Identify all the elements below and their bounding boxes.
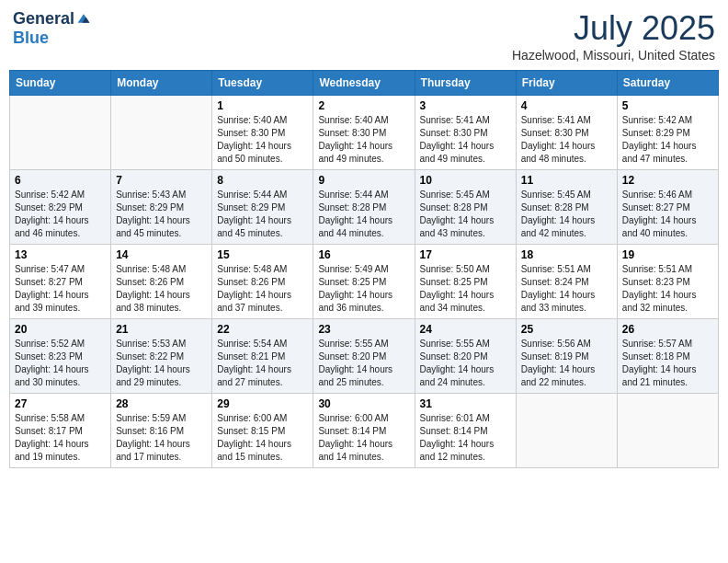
cell-sun-info: Sunrise: 5:57 AMSunset: 8:18 PMDaylight:…: [622, 338, 713, 389]
sunset-text: Sunset: 8:22 PM: [116, 350, 207, 363]
daylight-text: Daylight: 14 hours and 48 minutes.: [521, 140, 612, 166]
logo-icon: [76, 11, 91, 26]
table-row: 17Sunrise: 5:50 AMSunset: 8:25 PMDayligh…: [415, 245, 516, 319]
table-row: 24Sunrise: 5:55 AMSunset: 8:20 PMDayligh…: [415, 319, 516, 394]
sunrise-text: Sunrise: 5:46 AM: [622, 189, 713, 201]
sunrise-text: Sunrise: 5:44 AM: [217, 189, 308, 201]
table-row: 9Sunrise: 5:44 AMSunset: 8:28 PMDaylight…: [313, 170, 415, 245]
sunset-text: Sunset: 8:27 PM: [622, 201, 713, 214]
table-row: 1Sunrise: 5:40 AMSunset: 8:30 PMDaylight…: [212, 96, 313, 170]
sunrise-text: Sunrise: 5:40 AM: [318, 114, 409, 127]
day-number: 29: [217, 397, 308, 410]
cell-sun-info: Sunrise: 5:52 AMSunset: 8:23 PMDaylight:…: [15, 338, 106, 389]
daylight-text: Daylight: 14 hours and 19 minutes.: [15, 438, 106, 464]
sunrise-text: Sunrise: 5:52 AM: [15, 338, 106, 350]
day-number: 4: [521, 99, 612, 112]
daylight-text: Daylight: 14 hours and 12 minutes.: [420, 438, 511, 464]
cell-sun-info: Sunrise: 5:48 AMSunset: 8:26 PMDaylight:…: [217, 263, 308, 315]
sunset-text: Sunset: 8:17 PM: [15, 425, 106, 438]
cell-sun-info: Sunrise: 5:41 AMSunset: 8:30 PMDaylight:…: [420, 114, 511, 166]
sunset-text: Sunset: 8:30 PM: [217, 127, 308, 140]
sunset-text: Sunset: 8:29 PM: [622, 127, 713, 140]
daylight-text: Daylight: 14 hours and 34 minutes.: [420, 289, 511, 315]
sunrise-text: Sunrise: 5:53 AM: [116, 338, 207, 350]
table-row: 22Sunrise: 5:54 AMSunset: 8:21 PMDayligh…: [212, 319, 313, 394]
sunrise-text: Sunrise: 5:59 AM: [116, 412, 207, 425]
day-number: 1: [217, 99, 308, 112]
table-row: 25Sunrise: 5:56 AMSunset: 8:19 PMDayligh…: [516, 319, 617, 394]
day-number: 5: [622, 99, 713, 112]
cell-sun-info: Sunrise: 5:50 AMSunset: 8:25 PMDaylight:…: [420, 263, 511, 315]
sunrise-text: Sunrise: 5:54 AM: [217, 338, 308, 350]
cell-sun-info: Sunrise: 5:53 AMSunset: 8:22 PMDaylight:…: [116, 338, 207, 389]
cell-sun-info: Sunrise: 6:00 AMSunset: 8:14 PMDaylight:…: [318, 412, 409, 464]
sunset-text: Sunset: 8:29 PM: [116, 201, 207, 214]
day-number: 12: [622, 174, 713, 187]
day-number: 31: [420, 397, 511, 410]
sunrise-text: Sunrise: 5:49 AM: [318, 263, 409, 276]
cell-sun-info: Sunrise: 5:45 AMSunset: 8:28 PMDaylight:…: [420, 189, 511, 240]
sunrise-text: Sunrise: 6:00 AM: [217, 412, 308, 425]
cell-sun-info: Sunrise: 5:51 AMSunset: 8:24 PMDaylight:…: [521, 263, 612, 315]
daylight-text: Daylight: 14 hours and 44 minutes.: [318, 214, 409, 240]
sunset-text: Sunset: 8:25 PM: [318, 276, 409, 289]
daylight-text: Daylight: 14 hours and 29 minutes.: [116, 363, 207, 389]
daylight-text: Daylight: 14 hours and 42 minutes.: [521, 214, 612, 240]
table-row: 15Sunrise: 5:48 AMSunset: 8:26 PMDayligh…: [212, 245, 313, 319]
sunrise-text: Sunrise: 5:58 AM: [15, 412, 106, 425]
month-title: July 2025: [512, 9, 715, 48]
table-row: 21Sunrise: 5:53 AMSunset: 8:22 PMDayligh…: [111, 319, 212, 394]
sunrise-text: Sunrise: 6:00 AM: [318, 412, 409, 425]
daylight-text: Daylight: 14 hours and 14 minutes.: [318, 438, 409, 464]
sunrise-text: Sunrise: 5:43 AM: [116, 189, 207, 201]
daylight-text: Daylight: 14 hours and 25 minutes.: [318, 363, 409, 389]
table-row: [111, 96, 212, 170]
table-row: 8Sunrise: 5:44 AMSunset: 8:29 PMDaylight…: [212, 170, 313, 245]
cell-sun-info: Sunrise: 5:51 AMSunset: 8:23 PMDaylight:…: [622, 263, 713, 315]
col-monday: Monday: [111, 71, 212, 96]
cell-sun-info: Sunrise: 5:44 AMSunset: 8:29 PMDaylight:…: [217, 189, 308, 240]
daylight-text: Daylight: 14 hours and 39 minutes.: [15, 289, 106, 315]
sunrise-text: Sunrise: 5:45 AM: [420, 189, 511, 201]
sunrise-text: Sunrise: 5:48 AM: [116, 263, 207, 276]
cell-sun-info: Sunrise: 5:46 AMSunset: 8:27 PMDaylight:…: [622, 189, 713, 240]
cell-sun-info: Sunrise: 5:49 AMSunset: 8:25 PMDaylight:…: [318, 263, 409, 315]
daylight-text: Daylight: 14 hours and 47 minutes.: [622, 140, 713, 166]
table-row: 6Sunrise: 5:42 AMSunset: 8:29 PMDaylight…: [10, 170, 111, 245]
table-row: 26Sunrise: 5:57 AMSunset: 8:18 PMDayligh…: [617, 319, 718, 394]
col-sunday: Sunday: [10, 71, 111, 96]
cell-sun-info: Sunrise: 5:42 AMSunset: 8:29 PMDaylight:…: [622, 114, 713, 166]
day-number: 18: [521, 248, 612, 261]
day-number: 13: [15, 248, 106, 261]
cell-sun-info: Sunrise: 5:40 AMSunset: 8:30 PMDaylight:…: [318, 114, 409, 166]
sunset-text: Sunset: 8:28 PM: [521, 201, 612, 214]
cell-sun-info: Sunrise: 5:48 AMSunset: 8:26 PMDaylight:…: [116, 263, 207, 315]
table-row: 30Sunrise: 6:00 AMSunset: 8:14 PMDayligh…: [313, 394, 415, 468]
sunset-text: Sunset: 8:21 PM: [217, 350, 308, 363]
day-number: 10: [420, 174, 511, 187]
cell-sun-info: Sunrise: 5:40 AMSunset: 8:30 PMDaylight:…: [217, 114, 308, 166]
sunset-text: Sunset: 8:20 PM: [420, 350, 511, 363]
cell-sun-info: Sunrise: 5:54 AMSunset: 8:21 PMDaylight:…: [217, 338, 308, 389]
sunrise-text: Sunrise: 5:55 AM: [318, 338, 409, 350]
day-number: 25: [521, 323, 612, 336]
sunset-text: Sunset: 8:16 PM: [116, 425, 207, 438]
table-row: 18Sunrise: 5:51 AMSunset: 8:24 PMDayligh…: [516, 245, 617, 319]
day-number: 17: [420, 248, 511, 261]
daylight-text: Daylight: 14 hours and 27 minutes.: [217, 363, 308, 389]
sunrise-text: Sunrise: 5:42 AM: [15, 189, 106, 201]
col-tuesday: Tuesday: [212, 71, 313, 96]
daylight-text: Daylight: 14 hours and 38 minutes.: [116, 289, 207, 315]
daylight-text: Daylight: 14 hours and 17 minutes.: [116, 438, 207, 464]
table-row: 2Sunrise: 5:40 AMSunset: 8:30 PMDaylight…: [313, 96, 415, 170]
sunset-text: Sunset: 8:15 PM: [217, 425, 308, 438]
cell-sun-info: Sunrise: 5:55 AMSunset: 8:20 PMDaylight:…: [318, 338, 409, 389]
logo-blue-text: Blue: [13, 29, 49, 48]
sunset-text: Sunset: 8:18 PM: [622, 350, 713, 363]
page-header: General Blue July 2025 Hazelwood, Missou…: [9, 9, 719, 63]
logo-general-text: General: [13, 9, 74, 29]
table-row: 12Sunrise: 5:46 AMSunset: 8:27 PMDayligh…: [617, 170, 718, 245]
table-row: 27Sunrise: 5:58 AMSunset: 8:17 PMDayligh…: [10, 394, 111, 468]
sunrise-text: Sunrise: 6:01 AM: [420, 412, 511, 425]
day-number: 8: [217, 174, 308, 187]
